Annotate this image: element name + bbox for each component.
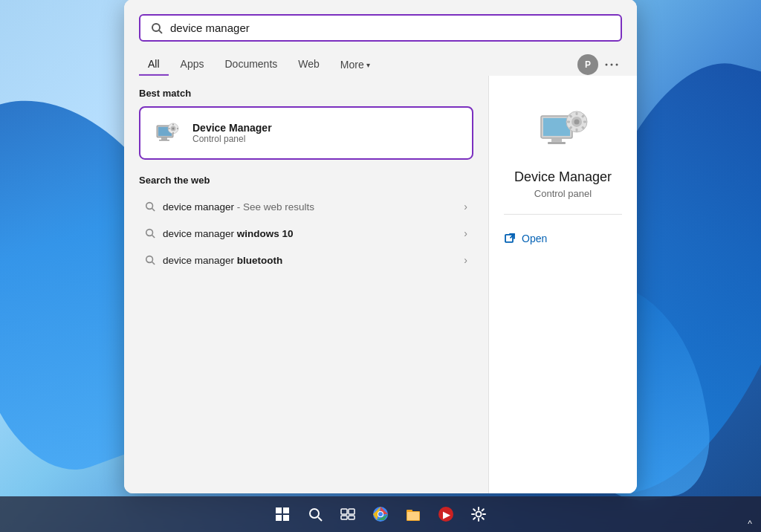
tab-documents[interactable]: Documents: [216, 53, 286, 76]
chevron-down-icon: ▾: [366, 60, 370, 68]
open-button[interactable]: Open: [504, 227, 622, 250]
search-web-icon-2: [145, 228, 155, 239]
search-header: device manager All Apps Documents Web Mo…: [124, 0, 637, 76]
open-icon: [504, 233, 516, 244]
tab-apps[interactable]: Apps: [172, 53, 213, 76]
best-match-label: Best match: [139, 88, 473, 99]
svg-line-44: [318, 517, 322, 521]
svg-rect-31: [567, 120, 570, 123]
chevron-right-icon-2: ›: [464, 227, 467, 239]
web-result-text-3: device manager bluetooth: [163, 254, 456, 265]
device-manager-icon-large: [537, 106, 590, 159]
svg-rect-47: [341, 516, 347, 519]
profile-button[interactable]: P: [577, 54, 598, 75]
search-input-wrapper[interactable]: device manager: [139, 14, 622, 42]
right-panel-divider: [504, 214, 622, 215]
chevron-right-icon-1: ›: [464, 201, 467, 213]
right-app-name: Device Manager: [514, 169, 612, 185]
svg-point-58: [476, 512, 482, 517]
tab-more[interactable]: More ▾: [331, 54, 379, 75]
svg-rect-45: [341, 509, 347, 514]
svg-rect-55: [407, 512, 419, 520]
svg-rect-29: [575, 112, 577, 115]
svg-rect-24: [551, 138, 562, 142]
search-window: device manager All Apps Documents Web Mo…: [124, 0, 637, 493]
desktop-background: device manager All Apps Documents Web Mo…: [0, 0, 761, 532]
right-panel: Device Manager Control panel Open: [488, 76, 637, 493]
svg-rect-46: [349, 509, 354, 514]
web-result-text-1: device manager - See web results: [163, 201, 456, 212]
search-taskbar-icon[interactable]: [300, 499, 330, 529]
chrome-icon[interactable]: [366, 499, 395, 529]
chevron-up-icon[interactable]: ^: [748, 519, 752, 529]
best-match-text: Device Manager Control panel: [192, 122, 272, 144]
file-explorer-icon[interactable]: [398, 499, 428, 529]
svg-rect-40: [283, 507, 289, 513]
chevron-right-icon-3: ›: [464, 254, 467, 266]
svg-rect-8: [159, 140, 169, 141]
svg-rect-25: [548, 142, 566, 144]
right-app-subtitle: Control panel: [534, 188, 592, 199]
svg-rect-41: [276, 515, 282, 521]
search-input[interactable]: device manager: [170, 22, 610, 34]
svg-text:▶: ▶: [443, 510, 450, 520]
svg-rect-7: [161, 137, 167, 140]
tab-web[interactable]: Web: [289, 53, 328, 76]
taskbar: ▶ ^: [0, 496, 761, 532]
best-match-item[interactable]: Device Manager Control panel: [139, 106, 473, 160]
device-manager-svg-large: [537, 106, 590, 159]
search-body: Best match: [124, 76, 637, 493]
svg-point-11: [172, 127, 175, 129]
svg-point-0: [152, 23, 160, 30]
left-panel: Best match: [124, 76, 488, 493]
svg-point-52: [378, 512, 383, 516]
taskbar-icons: ▶: [268, 499, 493, 529]
svg-point-20: [146, 256, 153, 263]
device-manager-icon-small: [152, 118, 182, 148]
svg-rect-32: [583, 120, 586, 123]
search-icon: [151, 22, 163, 33]
start-icon[interactable]: [268, 499, 297, 529]
best-match-subtitle: Control panel: [192, 134, 272, 144]
svg-point-28: [574, 119, 579, 124]
best-match-name: Device Manager: [192, 122, 272, 134]
web-result-2[interactable]: device manager windows 10 ›: [139, 220, 473, 247]
svg-rect-42: [283, 515, 289, 521]
svg-line-19: [152, 236, 155, 239]
search-web-icon-3: [145, 255, 155, 265]
svg-line-1: [159, 30, 162, 33]
svg-line-21: [152, 262, 155, 265]
svg-rect-39: [276, 507, 282, 513]
settings-icon[interactable]: [464, 499, 493, 529]
svg-rect-14: [169, 128, 170, 129]
svg-point-4: [616, 63, 618, 65]
remote-icon[interactable]: ▶: [431, 499, 461, 529]
web-result-1[interactable]: device manager - See web results ›: [139, 193, 473, 220]
tab-all[interactable]: All: [139, 53, 169, 76]
svg-point-3: [611, 63, 613, 65]
search-web-icon-1: [145, 201, 155, 212]
svg-point-18: [146, 230, 153, 236]
svg-point-43: [310, 509, 319, 518]
svg-point-16: [146, 203, 153, 210]
search-tabs: All Apps Documents Web More ▾ P: [139, 53, 622, 76]
taskbar-right: ^: [748, 519, 752, 529]
open-label: Open: [522, 233, 547, 244]
svg-point-2: [606, 63, 608, 65]
svg-rect-13: [172, 132, 174, 134]
more-options-button[interactable]: [601, 54, 622, 75]
web-result-text-2: device manager windows 10: [163, 227, 456, 239]
web-result-3[interactable]: device manager bluetooth ›: [139, 247, 473, 273]
svg-rect-30: [575, 129, 577, 132]
svg-rect-12: [172, 123, 174, 125]
web-search-label: Search the web: [139, 175, 473, 186]
svg-rect-15: [177, 128, 178, 129]
svg-line-17: [152, 209, 155, 212]
task-view-icon[interactable]: [333, 499, 363, 529]
svg-rect-48: [349, 516, 354, 519]
device-manager-svg-small: [154, 120, 181, 146]
